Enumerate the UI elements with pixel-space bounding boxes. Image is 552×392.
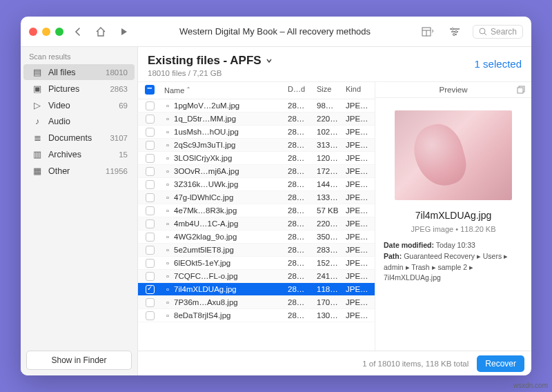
sidebar-header: Scan results xyxy=(21,47,137,63)
column-name[interactable]: Name ˆ xyxy=(161,85,288,96)
file-size: 220… xyxy=(317,219,346,228)
file-date: 28… xyxy=(288,219,317,228)
row-checkbox[interactable] xyxy=(146,101,155,110)
sidebar-item-audio[interactable]: ♪Audio xyxy=(23,114,135,129)
table-row[interactable]: ▫1usMsh…hOU.jpg28…102…JPE… xyxy=(138,126,375,139)
file-kind: JPE… xyxy=(346,141,375,149)
table-row[interactable]: ▫5e2umt5lET8.jpg28…283…JPE… xyxy=(138,244,375,257)
file-kind: JPE… xyxy=(346,167,375,175)
file-icon: ▫ xyxy=(161,311,174,320)
file-name: 7P36m…Axu8.jpg xyxy=(174,298,288,306)
file-kind: JPE… xyxy=(346,246,375,254)
file-name: 2qSc9Jm3uTI.jpg xyxy=(174,141,288,149)
close-window-button[interactable] xyxy=(29,28,37,36)
table-row[interactable]: ▫47g-lDWhlCc.jpg28…133…JPE… xyxy=(138,191,375,204)
home-button[interactable] xyxy=(92,26,109,37)
view-options-button[interactable] xyxy=(419,27,437,37)
table-row[interactable]: ▫7CQFC…FL-o.jpg28…241…JPE… xyxy=(138,270,375,283)
title-chevron-icon[interactable] xyxy=(266,57,273,64)
table-row[interactable]: ▫8eDaT8rjlS4.jpg28…130…JPE… xyxy=(138,309,375,322)
file-name: 3LOSlCrjyXk.jpg xyxy=(174,154,288,162)
sidebar-item-video[interactable]: ▷Video69 xyxy=(23,97,135,113)
filter-button[interactable] xyxy=(446,27,463,37)
row-checkbox[interactable] xyxy=(146,167,155,176)
play-button[interactable] xyxy=(116,27,131,37)
sidebar-item-all-files[interactable]: ▤All files18010 xyxy=(23,64,135,80)
table-row[interactable]: ▫7il4mXLDUAg.jpg28…118…JPE… xyxy=(138,283,375,296)
sidebar-item-documents[interactable]: ≣Documents3107 xyxy=(23,130,135,146)
file-name: 4mb4U…1C-A.jpg xyxy=(174,219,288,228)
table-row[interactable]: ▫2qSc9Jm3uTI.jpg28…313…JPE… xyxy=(138,139,375,152)
select-all-checkbox[interactable] xyxy=(145,85,155,95)
row-checkbox[interactable] xyxy=(146,154,155,163)
table-row[interactable]: ▫3Z316k…UWk.jpg28…144…JPE… xyxy=(138,178,375,191)
sidebar-item-pictures[interactable]: ▣Pictures2863 xyxy=(23,81,135,97)
table-row[interactable]: ▫3LOSlCrjyXk.jpg28…120…JPE… xyxy=(138,152,375,165)
sidebar-item-count: 2863 xyxy=(110,85,128,93)
recover-button[interactable]: Recover xyxy=(477,355,524,372)
row-checkbox[interactable] xyxy=(146,246,155,255)
row-checkbox[interactable] xyxy=(146,233,155,242)
file-name: 4WG2klag_9o.jpg xyxy=(174,233,288,241)
column-kind[interactable]: Kind xyxy=(346,85,375,96)
search-input[interactable]: Search xyxy=(473,25,523,39)
row-checkbox[interactable] xyxy=(146,259,155,268)
file-icon: ▫ xyxy=(161,259,174,267)
window-title: Western Digital My Book – All recovery m… xyxy=(138,26,412,37)
row-checkbox[interactable] xyxy=(146,206,155,215)
category-icon: ≣ xyxy=(32,133,43,143)
table-row[interactable]: ▫1q_D5tr…MM.jpg28…220…JPE… xyxy=(138,112,375,126)
file-kind: JPE… xyxy=(346,128,375,136)
sort-asc-icon: ˆ xyxy=(187,86,190,95)
row-checkbox[interactable] xyxy=(146,180,155,189)
file-icon: ▫ xyxy=(161,128,174,136)
file-date: 28… xyxy=(288,101,317,110)
show-in-finder-button[interactable]: Show in Finder xyxy=(26,351,132,370)
table-row[interactable]: ▫4e7Mk…8R3k.jpg28…57 KBJPE… xyxy=(138,204,375,217)
page-title: Existing files - APFS xyxy=(148,54,262,68)
row-checkbox[interactable] xyxy=(146,193,155,202)
file-size: 152… xyxy=(317,259,346,267)
sidebar-item-archives[interactable]: ▥Archives15 xyxy=(23,146,135,162)
row-checkbox[interactable] xyxy=(146,272,155,281)
preview-details: Date modified: Today 10:33 Path: Guarant… xyxy=(375,233,531,284)
sidebar-item-count: 11956 xyxy=(106,167,128,175)
maximize-window-button[interactable] xyxy=(55,28,63,36)
file-size: 144… xyxy=(317,180,346,188)
preview-panel: Preview 7il4mXLDUAg.jpg JPEG image • 118… xyxy=(375,82,531,351)
table-row[interactable]: ▫1pgMoV…2uM.jpg28…98…JPE… xyxy=(138,99,375,112)
row-checkbox[interactable] xyxy=(146,115,155,124)
minimize-window-button[interactable] xyxy=(42,28,50,36)
file-kind: JPE… xyxy=(346,101,375,110)
row-checkbox[interactable] xyxy=(146,141,155,150)
file-name: 7CQFC…FL-o.jpg xyxy=(174,272,288,280)
file-name: 5e2umt5lET8.jpg xyxy=(174,246,288,254)
category-icon: ▤ xyxy=(32,67,43,77)
file-size: 283… xyxy=(317,246,346,254)
sidebar-item-other[interactable]: ▦Other11956 xyxy=(23,163,135,179)
file-kind: JPE… xyxy=(346,154,375,162)
table-row[interactable]: ▫4mb4U…1C-A.jpg28…220…JPE… xyxy=(138,217,375,231)
file-date: 28… xyxy=(288,311,317,320)
titlebar: Western Digital My Book – All recovery m… xyxy=(21,17,531,47)
table-row[interactable]: ▫3OOvR…mj6A.jpg28…172…JPE… xyxy=(138,165,375,178)
copy-preview-button[interactable] xyxy=(517,86,526,95)
file-icon: ▫ xyxy=(161,233,174,241)
table-row[interactable]: ▫4WG2klag_9o.jpg28…350…JPE… xyxy=(138,231,375,244)
table-row[interactable]: ▫7P36m…Axu8.jpg28…170…JPE… xyxy=(138,296,375,309)
file-size: 57 KB xyxy=(317,206,346,215)
table-row[interactable]: ▫6lEOkt5-1eY.jpg28…152…JPE… xyxy=(138,257,375,270)
back-button[interactable] xyxy=(70,27,86,37)
file-date: 28… xyxy=(288,128,317,136)
sidebar: Scan results ▤All files18010▣Pictures286… xyxy=(21,47,138,375)
file-date: 28… xyxy=(288,285,317,293)
column-size[interactable]: Size xyxy=(317,85,346,96)
file-kind: JPE… xyxy=(346,259,375,267)
row-checkbox[interactable] xyxy=(146,285,155,294)
sidebar-item-label: Audio xyxy=(48,117,70,126)
row-checkbox[interactable] xyxy=(146,311,155,320)
row-checkbox[interactable] xyxy=(146,219,155,228)
column-date[interactable]: D…d xyxy=(288,85,317,96)
row-checkbox[interactable] xyxy=(146,298,155,307)
row-checkbox[interactable] xyxy=(146,128,155,137)
